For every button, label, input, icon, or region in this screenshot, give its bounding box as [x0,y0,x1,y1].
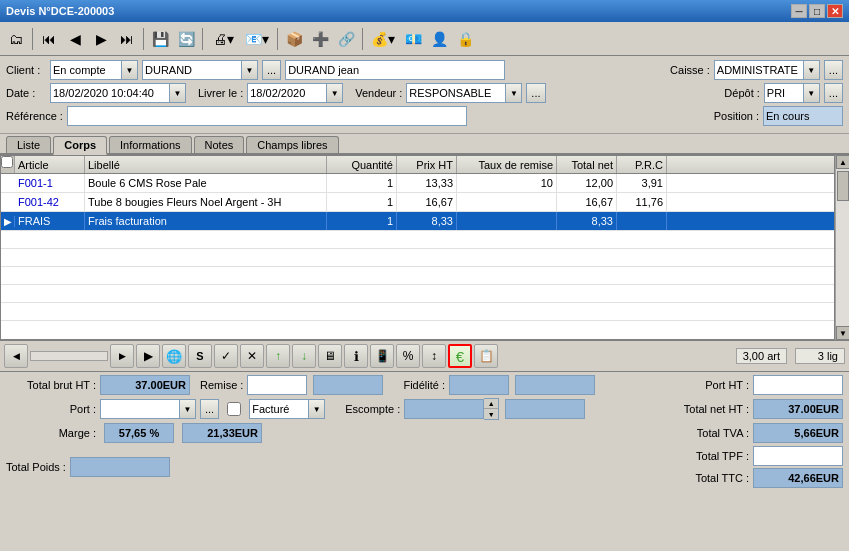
client-name-input[interactable] [285,60,505,80]
tab-informations[interactable]: Informations [109,136,192,153]
scroll-up-button[interactable]: ▲ [836,155,849,169]
minimize-button[interactable]: ─ [791,4,807,18]
client-code-arrow[interactable]: ▼ [242,60,258,80]
btn-down[interactable]: ↓ [292,344,316,368]
btn-mobile[interactable]: 📱 [370,344,394,368]
client-type-arrow[interactable]: ▼ [122,60,138,80]
caisse-combo[interactable]: ▼ [714,60,820,80]
btn-up[interactable]: ↑ [266,344,290,368]
escompte-down[interactable]: ▼ [484,409,498,419]
col-header-prc[interactable]: P.R.C [617,156,667,173]
toolbar-save[interactable]: 💾 [148,27,172,51]
h-scroll-left[interactable]: ◀ [4,344,28,368]
scroll-down-button[interactable]: ▼ [836,326,849,340]
btn-s[interactable]: S [188,344,212,368]
col-header-libelle[interactable]: Libellé [85,156,327,173]
port-input[interactable] [100,399,180,419]
port-arrow[interactable]: ▼ [180,399,196,419]
col-header-prix-ht[interactable]: Prix HT [397,156,457,173]
client-code-input[interactable] [142,60,242,80]
client-dots-button[interactable]: ... [262,60,281,80]
btn-check[interactable]: ✓ [214,344,238,368]
col-header-total-net[interactable]: Total net [557,156,617,173]
col-header-taux-remise[interactable]: Taux de remise [457,156,557,173]
remise-input[interactable] [247,375,307,395]
btn-clipboard[interactable]: 📋 [474,344,498,368]
toolbar-package[interactable]: 📦 [282,27,306,51]
tab-liste[interactable]: Liste [6,136,51,153]
toolbar-first[interactable]: ⏮ [37,27,61,51]
toolbar-add[interactable]: ➕ [308,27,332,51]
caisse-arrow[interactable]: ▼ [804,60,820,80]
depot-dots-button[interactable]: ... [824,83,843,103]
btn-nav-go[interactable]: ▶ [136,344,160,368]
grid-select-all[interactable] [1,156,13,168]
grid-scrollbar[interactable]: ▲ ▼ [835,155,849,340]
port-dots-button[interactable]: ... [200,399,219,419]
toolbar-open[interactable]: 🗂 [4,27,28,51]
date-input[interactable] [50,83,170,103]
toolbar-link[interactable]: 🔗 [334,27,358,51]
escompte-up[interactable]: ▲ [484,399,498,409]
btn-info[interactable]: ℹ [344,344,368,368]
caisse-input[interactable] [714,60,804,80]
port-combo[interactable]: ▼ [100,399,196,419]
fidelite-val-input[interactable] [515,375,595,395]
date-combo[interactable]: ▼ [50,83,186,103]
livraison-combo[interactable]: ▼ [247,83,343,103]
scroll-thumb[interactable] [837,171,849,201]
facture-combo[interactable]: ▼ [249,399,325,419]
vendeur-dots-button[interactable]: ... [526,83,545,103]
depot-input[interactable] [764,83,804,103]
date-arrow[interactable]: ▼ [170,83,186,103]
facture-arrow[interactable]: ▼ [309,399,325,419]
h-scroll-right[interactable]: ▶ [110,344,134,368]
livraison-label: Livrer le : [198,87,243,99]
tab-notes[interactable]: Notes [194,136,245,153]
depot-arrow[interactable]: ▼ [804,83,820,103]
caisse-dots-button[interactable]: ... [824,60,843,80]
btn-resize[interactable]: ↕ [422,344,446,368]
livraison-input[interactable] [247,83,327,103]
tab-champs-libres[interactable]: Champs libres [246,136,338,153]
toolbar-euro[interactable]: 💶 [401,27,425,51]
btn-globe[interactable]: 🌐 [162,344,186,368]
toolbar-play[interactable]: ▶ [89,27,113,51]
escompte-val-input[interactable] [505,399,585,419]
reference-input[interactable] [67,106,467,126]
client-code-combo[interactable]: ▼ [142,60,258,80]
vendeur-arrow[interactable]: ▼ [506,83,522,103]
btn-cancel[interactable]: ✕ [240,344,264,368]
remise-pct-input[interactable] [313,375,383,395]
toolbar-lock[interactable]: 🔒 [453,27,477,51]
toolbar-currency-combo[interactable]: 💰▾ [367,27,399,51]
escompte-input[interactable] [404,399,484,419]
btn-screen[interactable]: 🖥 [318,344,342,368]
vendeur-combo[interactable]: ▼ [406,83,522,103]
close-button[interactable]: ✕ [827,4,843,18]
client-type-input[interactable] [50,60,122,80]
btn-percent[interactable]: % [396,344,420,368]
fidelite-input[interactable] [449,375,509,395]
toolbar-refresh[interactable]: 🔄 [174,27,198,51]
tab-corps[interactable]: Corps [53,136,107,155]
facture-input[interactable] [249,399,309,419]
toolbar-user[interactable]: 👤 [427,27,451,51]
toolbar-prev[interactable]: ◀ [63,27,87,51]
client-type-combo[interactable]: ▼ [50,60,138,80]
toolbar-email-combo[interactable]: 📧▾ [241,27,273,51]
table-row[interactable]: F001-42 Tube 8 bougies Fleurs Noel Argen… [1,193,834,212]
depot-combo[interactable]: ▼ [764,83,820,103]
toolbar-next[interactable]: ⏭ [115,27,139,51]
port-checkbox[interactable] [227,402,241,416]
table-row[interactable]: ▶ FRAIS Frais facturation 1 8,33 8,33 [1,212,834,231]
toolbar-print-combo[interactable]: 🖨▾ [207,27,239,51]
col-header-quantite[interactable]: Quantité [327,156,397,173]
client-label: Client : [6,64,46,76]
vendeur-input[interactable] [406,83,506,103]
col-header-article[interactable]: Article [15,156,85,173]
table-row[interactable]: F001-1 Boule 6 CMS Rose Pale 1 13,33 10 … [1,174,834,193]
btn-euro-highlighted[interactable]: € [448,344,472,368]
livraison-arrow[interactable]: ▼ [327,83,343,103]
maximize-button[interactable]: □ [809,4,825,18]
